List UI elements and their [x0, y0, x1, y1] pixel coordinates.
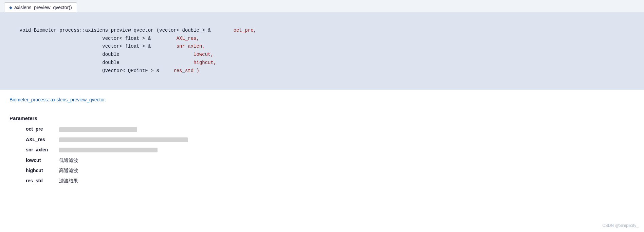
param-desc-axl-res	[59, 136, 188, 143]
description-block: Biometer_process::axislens_preview_qvect…	[0, 89, 644, 110]
tab-label: axislens_preview_qvector()	[14, 5, 72, 10]
param-name-lowcut: lowcut	[26, 156, 56, 164]
param-row-axl-res: AXL_res	[26, 136, 634, 143]
description-link[interactable]: Biometer_process::axislens_preview_qvect…	[10, 97, 105, 102]
param-desc-oct-pre	[59, 125, 137, 133]
watermark: CSDN @Simplicity_	[602, 223, 639, 228]
sig-param-type-2: vector< float > &	[102, 36, 151, 41]
sig-method-name: axislens_preview_qvector	[85, 28, 154, 33]
sig-param-name-5: highcut,	[194, 60, 216, 65]
sig-param-name-4: lowcut,	[194, 52, 214, 57]
tab-axislens-preview-qvector[interactable]: ◆ axislens_preview_qvector()	[4, 2, 77, 12]
param-row-res-std: res_std 滤波结果	[26, 177, 634, 184]
param-name-highcut: highcut	[26, 167, 56, 174]
param-blurred-snr-axlen	[59, 148, 158, 152]
param-row-lowcut: lowcut 低通滤波	[26, 156, 634, 164]
params-heading: Parameters	[10, 115, 634, 121]
param-name-res-std: res_std	[26, 177, 56, 184]
signature-block: void Biometer_process::axislens_preview_…	[0, 12, 644, 89]
tab-diamond-icon: ◆	[9, 5, 12, 10]
sig-param-type-1: vector< double > &	[159, 28, 210, 33]
tab-bar: ◆ axislens_preview_qvector()	[0, 0, 644, 12]
param-desc-lowcut: 低通滤波	[59, 156, 78, 164]
sig-void-keyword: void	[20, 28, 31, 33]
param-name-axl-res: AXL_res	[26, 136, 56, 143]
param-blurred-oct-pre	[59, 127, 137, 132]
sig-param-type-3: vector< float > &	[102, 44, 151, 49]
sig-param-type-5: double	[102, 60, 119, 65]
param-row-highcut: highcut 高通滤波	[26, 167, 634, 174]
params-table: oct_pre AXL_res snr_axlen lowcut 低通滤波	[26, 125, 634, 184]
param-name-oct-pre: oct_pre	[26, 125, 56, 133]
sig-param-name-6: res_std )	[173, 68, 199, 73]
sig-param-name-3: snr_axlen,	[177, 44, 205, 49]
sig-param-type-4: double	[102, 52, 119, 57]
sig-class-name: Biometer_process	[34, 28, 79, 33]
param-name-snr-axlen: snr_axlen	[26, 146, 56, 153]
param-row-snr-axlen: snr_axlen	[26, 146, 634, 153]
param-row-oct-pre: oct_pre	[26, 125, 634, 133]
param-desc-res-std: 滤波结果	[59, 177, 78, 184]
signature-line-1: void Biometer_process::axislens_preview_…	[8, 18, 636, 83]
description-period: .	[105, 97, 106, 102]
param-desc-snr-axlen	[59, 146, 158, 153]
sig-param-name-2: AXL_res,	[177, 36, 199, 41]
params-section: Parameters oct_pre AXL_res snr_axlen low…	[0, 110, 644, 197]
sig-param-name-1: oct_pre,	[234, 28, 256, 33]
sig-param-type-6: QVector< QPointF > &	[102, 68, 159, 73]
param-desc-highcut: 高通滤波	[59, 167, 78, 174]
param-blurred-axl-res	[59, 137, 188, 142]
